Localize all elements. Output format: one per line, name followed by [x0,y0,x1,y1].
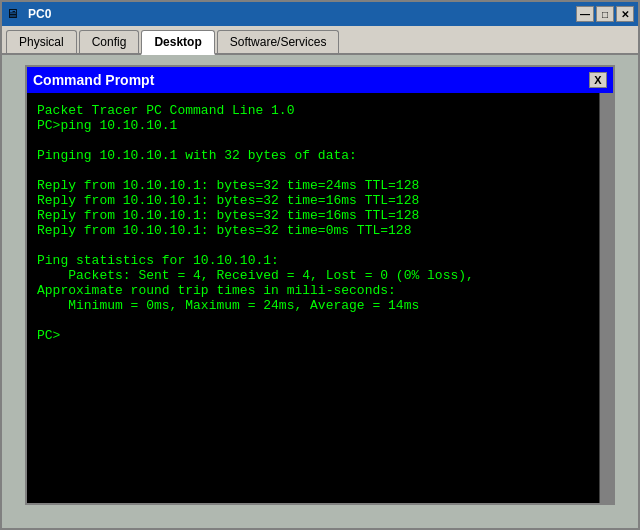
title-bar-left: 🖥 PC0 [6,6,51,22]
main-content: Command Prompt X Packet Tracer PC Comman… [2,55,638,528]
tab-software-services[interactable]: Software/Services [217,30,340,53]
tab-physical[interactable]: Physical [6,30,77,53]
main-window: 🖥 PC0 — □ ✕ Physical Config Desktop Soft… [0,0,640,530]
cmd-title-text: Command Prompt [33,72,154,88]
minimize-button[interactable]: — [576,6,594,22]
cmd-title-bar: Command Prompt X [27,67,613,93]
cmd-close-button[interactable]: X [589,72,607,88]
title-buttons: — □ ✕ [576,6,634,22]
command-prompt-window: Command Prompt X Packet Tracer PC Comman… [25,65,615,505]
title-bar: 🖥 PC0 — □ ✕ [2,2,638,26]
maximize-button[interactable]: □ [596,6,614,22]
window-title: PC0 [28,7,51,21]
cmd-output[interactable]: Packet Tracer PC Command Line 1.0 PC>pin… [27,93,613,503]
window-icon: 🖥 [6,6,22,22]
cmd-scrollbar[interactable] [599,93,613,503]
tab-config[interactable]: Config [79,30,140,53]
close-button[interactable]: ✕ [616,6,634,22]
tab-bar: Physical Config Desktop Software/Service… [2,26,638,55]
tab-desktop[interactable]: Desktop [141,30,214,55]
